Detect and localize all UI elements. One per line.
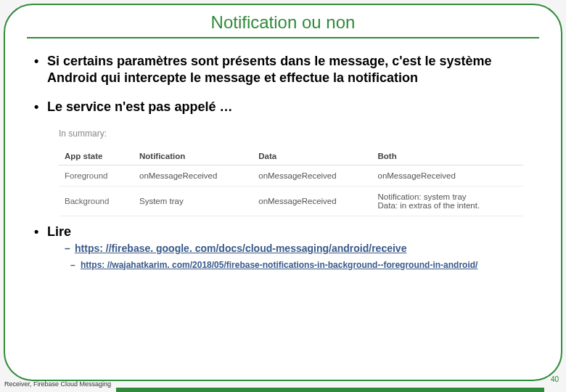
- bullet-list: Si certains paramètres sont présents dan…: [27, 53, 539, 115]
- link-list: https: //firebase. google. com/docs/clou…: [62, 242, 539, 271]
- th-data: Data: [253, 147, 372, 166]
- cell: Foreground: [59, 165, 134, 186]
- bullet-2: Le service n'est pas appelé …: [27, 99, 539, 115]
- cell: Notification: system tray Data: in extra…: [372, 186, 523, 216]
- bullet-1: Si certains paramètres sont présents dan…: [27, 53, 539, 86]
- summary-table: App state Notification Data Both Foregro…: [59, 147, 523, 216]
- summary-caption: In summary:: [59, 128, 523, 139]
- link-1[interactable]: https: //firebase. google. com/docs/clou…: [62, 242, 539, 256]
- table-row: Foreground onMessageReceived onMessageRe…: [59, 165, 523, 186]
- footer: Receiver, Firebase Cloud Messaging 40: [0, 377, 566, 392]
- link-2[interactable]: https: //wajahatkarim. com/2018/05/fireb…: [62, 260, 539, 271]
- table-header-row: App state Notification Data Both: [59, 147, 523, 166]
- cell: onMessageReceived: [253, 186, 372, 216]
- cell: Background: [59, 186, 134, 216]
- footer-bar: [116, 388, 544, 392]
- cell: onMessageReceived: [134, 165, 253, 186]
- title-wrap: Notification ou non: [27, 12, 539, 33]
- slide-title: Notification ou non: [211, 12, 356, 32]
- footer-label: Receiver, Firebase Cloud Messaging: [4, 380, 111, 388]
- title-divider: [27, 37, 539, 38]
- bullet-3-text: Lire: [47, 224, 71, 239]
- summary-table-block: In summary: App state Notification Data …: [59, 128, 523, 216]
- th-notification: Notification: [134, 147, 253, 166]
- cell: onMessageReceived: [253, 165, 372, 186]
- cell: onMessageReceived: [372, 165, 523, 186]
- th-appstate: App state: [59, 147, 134, 166]
- cell: System tray: [134, 186, 253, 216]
- slide-frame: Notification ou non Si certains paramètr…: [4, 4, 562, 381]
- table-row: Background System tray onMessageReceived…: [59, 186, 523, 216]
- page-number: 40: [551, 375, 559, 383]
- bullet-list-2: Lire https: //firebase. google. com/docs…: [27, 224, 539, 271]
- th-both: Both: [372, 147, 523, 166]
- bullet-3: Lire https: //firebase. google. com/docs…: [27, 224, 539, 271]
